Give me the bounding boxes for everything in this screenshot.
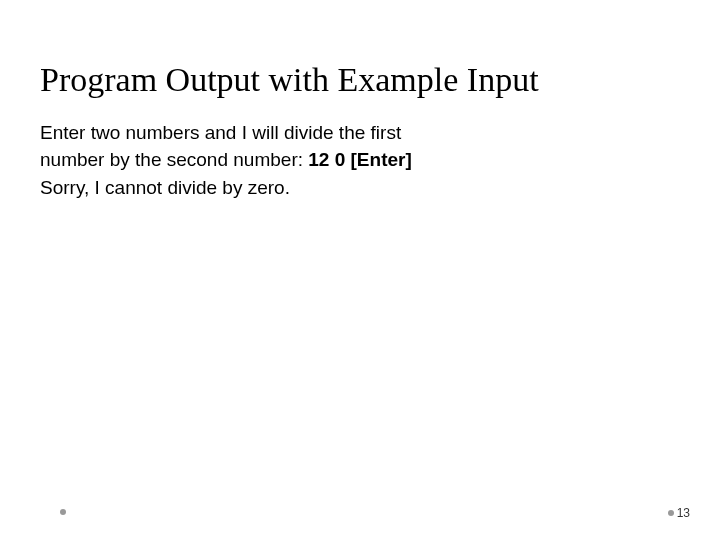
footer-bullet-icon xyxy=(60,509,66,515)
page-number-container: 13 xyxy=(668,506,690,520)
slide-container: Program Output with Example Input Enter … xyxy=(0,0,720,540)
page-bullet-icon xyxy=(668,510,674,516)
output-line-1: Enter two numbers and I will divide the … xyxy=(40,119,600,147)
output-line-3: Sorry, I cannot divide by zero. xyxy=(40,174,600,202)
output-line-2: number by the second number: 12 0 [Enter… xyxy=(40,146,600,174)
slide-body: Enter two numbers and I will divide the … xyxy=(40,119,600,202)
page-number-text: 13 xyxy=(677,506,690,520)
user-input-bold: 12 0 [Enter] xyxy=(308,149,411,170)
slide-title: Program Output with Example Input xyxy=(40,60,680,101)
output-line-2-prefix: number by the second number: xyxy=(40,149,308,170)
